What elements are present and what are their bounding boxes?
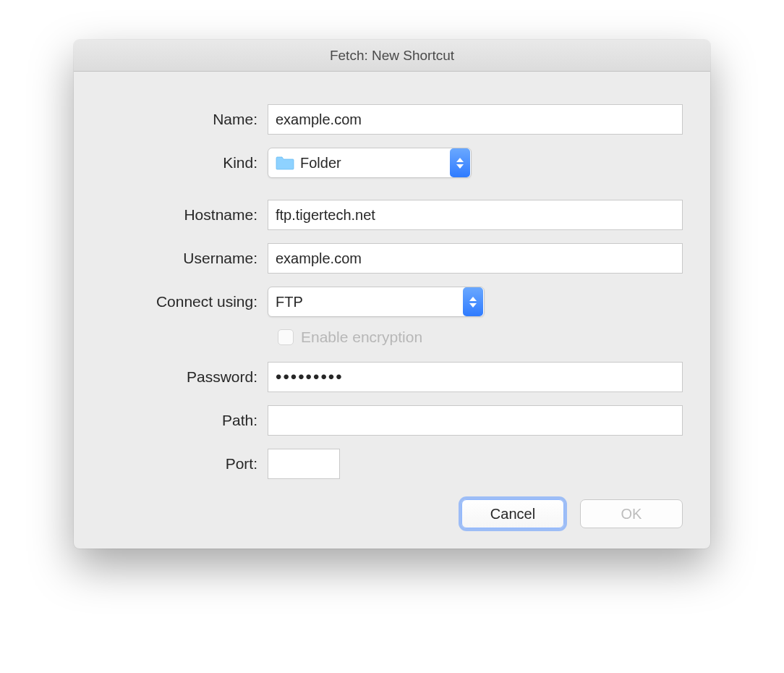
password-input[interactable]	[268, 362, 683, 392]
row-hostname: Hostname:	[101, 200, 683, 230]
row-connect-using: Connect using: FTP	[101, 287, 683, 317]
label-username: Username:	[101, 250, 268, 267]
row-enable-encryption: Enable encryption	[278, 329, 683, 346]
path-input[interactable]	[268, 405, 683, 436]
folder-icon	[276, 156, 294, 170]
kind-value: Folder	[300, 155, 341, 172]
row-password: Password:	[101, 362, 683, 392]
ok-button[interactable]: OK	[580, 499, 683, 528]
name-input[interactable]	[268, 104, 683, 135]
enable-encryption-checkbox[interactable]	[278, 329, 294, 345]
row-kind: Kind: Folder	[101, 148, 683, 178]
label-enable-encryption: Enable encryption	[301, 329, 422, 346]
titlebar: Fetch: New Shortcut	[74, 40, 710, 72]
connect-using-select[interactable]: FTP	[268, 287, 485, 317]
button-row: Cancel OK	[101, 499, 683, 528]
kind-select[interactable]: Folder	[268, 148, 472, 178]
label-name: Name:	[101, 111, 268, 128]
label-hostname: Hostname:	[101, 206, 268, 224]
port-input[interactable]	[268, 449, 340, 479]
dialog-content: Name: Kind: Folder	[74, 72, 710, 549]
window-title: Fetch: New Shortcut	[330, 48, 454, 64]
row-name: Name:	[101, 104, 683, 135]
username-input[interactable]	[268, 243, 683, 274]
row-port: Port:	[101, 449, 683, 479]
updown-stepper-icon	[450, 148, 470, 177]
row-path: Path:	[101, 405, 683, 436]
hostname-input[interactable]	[268, 200, 683, 230]
label-connect-using: Connect using:	[101, 293, 268, 310]
label-port: Port:	[101, 455, 268, 473]
label-kind: Kind:	[101, 154, 268, 172]
shortcut-dialog: Fetch: New Shortcut Name: Kind:	[74, 40, 710, 549]
connect-using-value: FTP	[276, 294, 303, 310]
row-username: Username:	[101, 243, 683, 274]
label-password: Password:	[101, 368, 268, 386]
updown-stepper-icon	[463, 287, 483, 316]
cancel-button[interactable]: Cancel	[461, 499, 564, 528]
label-path: Path:	[101, 412, 268, 429]
